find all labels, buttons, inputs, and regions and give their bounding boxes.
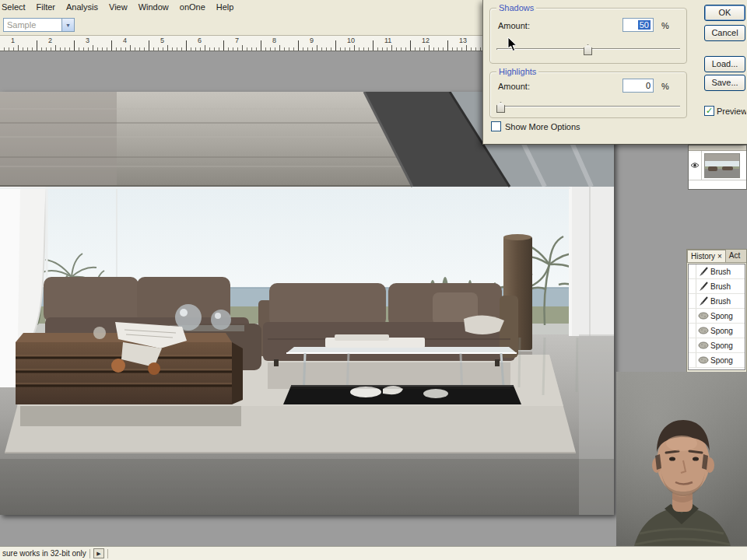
eye-icon (690, 162, 700, 169)
layer-row[interactable] (689, 151, 746, 180)
shadow-highlight-dialog: Shadows Amount: 50 % Highlights Amount: … (482, 0, 747, 145)
ruler-number: 12 (422, 37, 430, 44)
history-item-label: Brush (710, 282, 731, 291)
menu-analysis[interactable]: Analysis (60, 1, 104, 13)
ruler-number: 3 (86, 37, 89, 44)
highlights-unit-label: % (661, 82, 669, 91)
highlights-group-label: Highlights (496, 67, 538, 76)
menu-help[interactable]: Help (210, 1, 240, 13)
preview-checkbox[interactable]: ✓ (704, 106, 714, 116)
mouse-cursor-icon (507, 37, 517, 52)
highlights-slider-track (496, 106, 680, 107)
sample-dropdown-value: Sample (7, 20, 36, 30)
tab-actions[interactable]: Act (726, 250, 743, 262)
history-source-well[interactable] (689, 309, 696, 323)
menu-filter[interactable]: Filter (30, 1, 61, 13)
history-tab-bar: History × Act (687, 250, 746, 263)
tab-history-label: History (691, 252, 715, 261)
history-item[interactable]: Spong (689, 353, 745, 368)
sponge-icon (696, 356, 710, 364)
history-item-label: Spong (710, 327, 733, 335)
show-more-options-checkbox[interactable] (491, 121, 501, 131)
layers-panel-strip (689, 145, 746, 151)
sponge-icon (696, 312, 710, 320)
tab-actions-label: Act (729, 251, 740, 260)
history-source-well[interactable] (689, 294, 696, 308)
ok-button[interactable]: OK (704, 5, 745, 21)
history-source-well[interactable] (689, 353, 696, 367)
ruler-number: 8 (272, 37, 276, 44)
brush-icon (696, 296, 710, 306)
highlights-slider-thumb[interactable] (496, 102, 505, 113)
brush-icon (696, 267, 710, 277)
layer-visibility-toggle[interactable] (689, 151, 702, 180)
sponge-icon (696, 327, 710, 334)
shadows-amount-value: 50 (638, 20, 651, 30)
chevron-down-icon: ▼ (61, 19, 74, 31)
photoshop-window: Select Filter Analysis View Window onOne… (0, 0, 747, 560)
history-source-well[interactable] (689, 264, 696, 278)
ruler-number: 11 (384, 37, 391, 44)
ruler-number: 13 (459, 37, 467, 44)
history-item[interactable]: Spong (689, 309, 745, 324)
preview-label: Preview (717, 107, 746, 116)
history-item[interactable]: Brush (689, 264, 745, 279)
history-item-label: Brush (710, 297, 731, 306)
ruler-number: 6 (198, 37, 202, 44)
layer-thumbnail (704, 153, 740, 178)
history-item[interactable]: Spong (689, 338, 745, 353)
ruler-number: 5 (160, 37, 164, 44)
brush-icon (696, 282, 710, 292)
ruler-number: 1 (11, 37, 15, 44)
shadows-amount-input[interactable]: 50 (622, 18, 654, 32)
menu-onone[interactable]: onOne (174, 1, 212, 13)
document-canvas[interactable] (0, 92, 614, 515)
highlights-amount-label: Amount: (498, 82, 530, 91)
menu-view[interactable]: View (103, 1, 134, 13)
shadows-group-label: Shadows (496, 3, 536, 12)
shadows-group: Shadows Amount: 50 % (489, 8, 687, 64)
save-button[interactable]: Save... (704, 75, 745, 91)
play-icon[interactable]: ▶ (93, 548, 104, 558)
shadows-unit-label: % (661, 21, 669, 30)
highlights-slider[interactable] (495, 100, 682, 114)
status-divider (107, 549, 108, 558)
menu-select[interactable]: Select (0, 1, 32, 13)
history-item-label: Spong (710, 356, 733, 365)
layers-panel-fragment (688, 145, 747, 190)
status-bar: sure works in 32-bit only ▶ (0, 546, 747, 560)
tab-history[interactable]: History × (687, 250, 726, 262)
ruler-number: 9 (310, 37, 314, 44)
webcam-video (616, 372, 747, 560)
history-item[interactable]: Brush (689, 279, 745, 294)
status-text: sure works in 32-bit only (2, 549, 86, 558)
history-list: Brush Brush Brush Spong Spong (688, 264, 745, 370)
history-item[interactable]: Spong (689, 324, 745, 338)
status-divider (89, 549, 90, 558)
history-source-well[interactable] (689, 279, 696, 293)
highlights-group: Highlights Amount: 0 % (489, 72, 687, 118)
ruler-number: 2 (48, 37, 52, 44)
menu-window[interactable]: Window (132, 1, 175, 13)
load-button[interactable]: Load... (704, 56, 745, 72)
sponge-icon (696, 341, 710, 349)
highlights-amount-value: 0 (646, 81, 651, 90)
highlights-amount-input[interactable]: 0 (622, 79, 654, 93)
ruler-number: 4 (123, 37, 127, 44)
history-panel: History × Act Brush Brush Brush (686, 249, 747, 373)
history-source-well[interactable] (689, 338, 696, 352)
living-room-image (0, 92, 614, 515)
shadows-slider-thumb[interactable] (584, 44, 592, 55)
history-item-label: Spong (710, 341, 733, 350)
history-source-well[interactable] (689, 324, 696, 338)
ruler-number: 7 (235, 37, 239, 44)
presenter-portrait (616, 372, 747, 560)
history-item-label: Brush (710, 268, 731, 276)
shadows-amount-label: Amount: (498, 21, 530, 30)
sample-dropdown[interactable]: Sample ▼ (3, 18, 75, 32)
cancel-button[interactable]: Cancel (704, 25, 745, 41)
history-item[interactable]: Brush (689, 294, 745, 309)
shadows-slider[interactable] (495, 43, 682, 57)
close-icon[interactable]: × (717, 252, 722, 261)
history-item-label: Spong (710, 312, 733, 320)
